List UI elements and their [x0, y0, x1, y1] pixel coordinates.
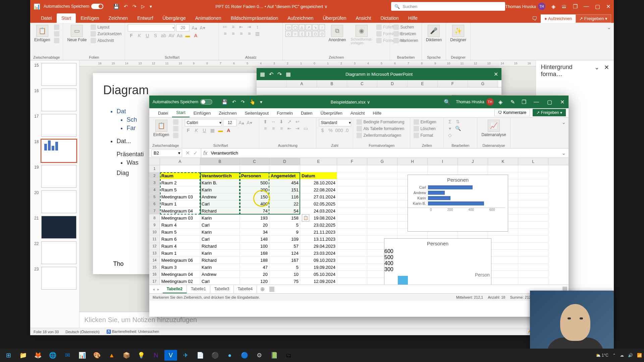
- cell[interactable]: 500: [240, 179, 269, 186]
- horizontal-scrollbar[interactable]: [269, 287, 567, 292]
- file-explorer-icon[interactable]: 📁: [17, 350, 30, 361]
- chartwin-close-icon[interactable]: ✕: [494, 71, 498, 77]
- cell[interactable]: 120: [240, 278, 269, 285]
- underline-button[interactable]: U: [144, 33, 151, 38]
- embedded-bar-chart[interactable]: Personen CarlAndrewKarinKarin B. 0200400…: [408, 175, 508, 232]
- align-right-icon[interactable]: ≡: [238, 31, 245, 36]
- volume-icon[interactable]: 🔊: [628, 353, 633, 358]
- font-color-button[interactable]: A: [192, 33, 199, 38]
- cell[interactable]: Andrew: [200, 271, 240, 278]
- xl-size-combo[interactable]: 12: [223, 119, 236, 126]
- row-header[interactable]: 3: [149, 179, 160, 186]
- xl-eyedrop-icon[interactable]: ✎: [507, 99, 518, 105]
- cell[interactable]: [337, 257, 367, 264]
- autosum-icon[interactable]: Σ: [446, 119, 453, 124]
- sheet-nav-first-icon[interactable]: ◂: [153, 287, 155, 292]
- shapes-gallery[interactable]: ▭◯△↗↘↕◇☆{}⬠⬡: [285, 24, 325, 37]
- xl-shrink-font-icon[interactable]: A▾: [246, 120, 253, 125]
- section-button[interactable]: Abschnitt: [90, 38, 122, 44]
- cell[interactable]: [337, 278, 367, 285]
- xl-cut-button[interactable]: [172, 119, 179, 125]
- row-header[interactable]: 9: [149, 222, 160, 229]
- add-sheet-button[interactable]: ⊕: [257, 286, 268, 292]
- pane-close-icon[interactable]: ✕: [604, 64, 609, 71]
- numbering-icon[interactable]: ≡: [230, 24, 236, 29]
- font-family-combo[interactable]: ▾: [128, 24, 175, 32]
- undo-icon[interactable]: ↶: [124, 4, 128, 9]
- sheet-tab[interactable]: Tabelle2: [163, 285, 187, 293]
- minimize-icon[interactable]: —: [584, 3, 589, 9]
- cell[interactable]: Meetingraum 03: [160, 193, 200, 200]
- ppt-tab-überprüfen[interactable]: Überprüfen: [318, 13, 351, 23]
- xl-italic-button[interactable]: K: [193, 128, 200, 133]
- cell[interactable]: [337, 229, 367, 236]
- obs-icon[interactable]: ⚫: [209, 350, 221, 361]
- cell[interactable]: [367, 200, 397, 207]
- cell[interactable]: [488, 264, 518, 271]
- paste-button[interactable]: 📋Einfügen: [33, 24, 51, 43]
- xl-tab-formeln[interactable]: Formeln: [273, 109, 297, 117]
- cell[interactable]: 09.10.2023: [300, 257, 337, 264]
- cell[interactable]: [337, 179, 367, 186]
- currency-icon[interactable]: $: [319, 128, 326, 133]
- cell[interactable]: [240, 165, 269, 172]
- cell[interactable]: 21.11.2023: [300, 229, 337, 236]
- cell[interactable]: [518, 200, 548, 207]
- cell[interactable]: 454: [269, 179, 300, 186]
- weather-widget[interactable]: ⛅ 1°C: [596, 353, 608, 358]
- network-icon[interactable]: 📶: [637, 353, 642, 358]
- cell[interactable]: [337, 250, 367, 257]
- app-icon[interactable]: ●: [223, 350, 236, 361]
- cell[interactable]: [337, 200, 367, 207]
- cell[interactable]: 22: [269, 200, 300, 207]
- cell[interactable]: Verantwortlich: [200, 172, 240, 179]
- user-account[interactable]: Thomas Hruska TH: [505, 3, 545, 10]
- select-all-corner[interactable]: [149, 158, 160, 165]
- cell[interactable]: 24.03.2024: [300, 207, 337, 215]
- cell[interactable]: Raum 1: [160, 200, 200, 207]
- cell[interactable]: [367, 193, 397, 200]
- fx-cancel-icon[interactable]: ✕: [185, 150, 190, 156]
- cell[interactable]: 13.11.2023: [300, 236, 337, 243]
- align-center-icon[interactable]: ≡: [230, 31, 236, 36]
- italic-button[interactable]: K: [136, 33, 143, 38]
- help-icon[interactable]: 🗨: [529, 16, 541, 22]
- cell[interactable]: [518, 257, 548, 264]
- cell[interactable]: [337, 186, 367, 193]
- slide-thumbnail[interactable]: 17: [30, 113, 79, 138]
- cell[interactable]: [367, 165, 397, 172]
- slide-thumbnail-pane[interactable]: 151617181920212223: [30, 60, 79, 328]
- xl-minimize-icon[interactable]: —: [530, 99, 543, 105]
- row-header[interactable]: 2: [149, 172, 160, 179]
- bell-icon[interactable]: 🛎: [561, 3, 567, 9]
- row-header[interactable]: 14: [149, 257, 160, 264]
- cell[interactable]: [488, 165, 518, 172]
- app-icon[interactable]: V: [164, 350, 177, 361]
- wrap-icon[interactable]: ↩: [294, 119, 301, 124]
- firefox-icon[interactable]: 🦊: [32, 350, 44, 361]
- autosave-toggle[interactable]: Automatisches Speichern: [44, 4, 103, 9]
- cell[interactable]: 75: [269, 278, 300, 285]
- cell[interactable]: [518, 207, 548, 215]
- percent-icon[interactable]: %: [327, 128, 334, 133]
- slide-title[interactable]: Diagram: [103, 83, 149, 97]
- cell[interactable]: [337, 215, 367, 222]
- cell[interactable]: [488, 243, 518, 250]
- cell[interactable]: [367, 186, 397, 193]
- cell[interactable]: [488, 278, 518, 285]
- fx-confirm-icon[interactable]: ✓: [193, 150, 198, 156]
- xl-tab-überprüfen[interactable]: Überprüfen: [317, 109, 346, 117]
- cell-styles-button[interactable]: Zellenformatvorlagen: [356, 132, 405, 138]
- insert-cells-button[interactable]: Einfügen: [413, 119, 437, 125]
- sort-icon[interactable]: ⇅: [454, 119, 461, 124]
- row-header[interactable]: 17: [149, 278, 160, 285]
- slide-thumbnail[interactable]: 19: [30, 164, 79, 189]
- highlight-button[interactable]: ▬: [184, 33, 191, 38]
- xl-tab-seitenlayout[interactable]: Seitenlayout: [241, 109, 273, 117]
- cell[interactable]: Meetingraum 04: [160, 271, 200, 278]
- window-icon[interactable]: ❐: [573, 3, 578, 10]
- sheet-tab[interactable]: Tabelle3: [210, 285, 234, 293]
- format-table-button[interactable]: Als Tabelle formatieren: [356, 126, 405, 132]
- search-input[interactable]: 🔍 Suchen: [391, 2, 505, 11]
- thousands-icon[interactable]: 000: [335, 128, 342, 133]
